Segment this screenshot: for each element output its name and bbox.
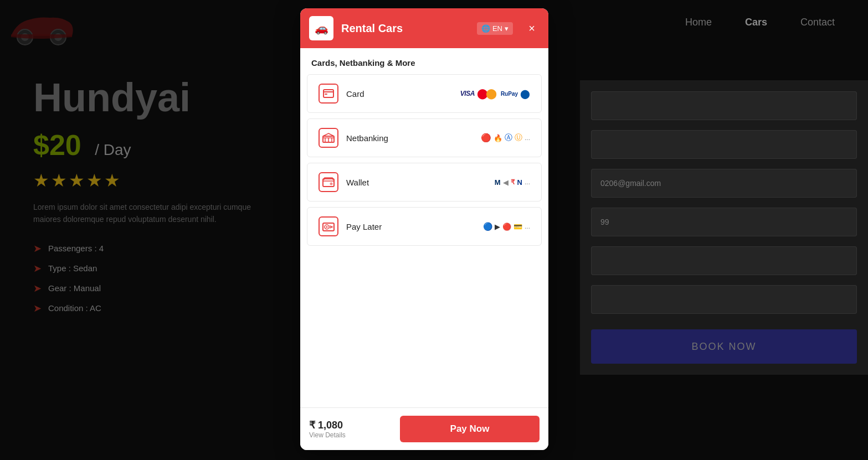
payment-option-wallet[interactable]: Wallet M ◀ ₹ N ... <box>307 163 542 201</box>
wallet-logo-1: M <box>495 178 501 187</box>
payment-modal: 🚗 Rental Cars 🌐 EN ▾ × Cards, Netbanking… <box>300 8 548 450</box>
modal-body-spacer <box>300 251 548 406</box>
svg-point-13 <box>330 183 333 185</box>
modal-lang-selector[interactable]: 🌐 EN ▾ <box>477 22 513 35</box>
net-logo-1: 🔴 <box>481 133 491 143</box>
lang-flag-icon: 🌐 <box>481 24 490 33</box>
modal-title: Rental Cars <box>341 22 469 35</box>
footer-price: ₹ 1,080 <box>309 420 343 431</box>
paylater-logo-2: ▶ <box>495 223 500 231</box>
view-details-link[interactable]: View Details <box>309 431 393 439</box>
svg-rect-6 <box>325 94 327 95</box>
net-more: ... <box>525 134 530 142</box>
car-logo-icon: 🚗 <box>315 22 328 35</box>
payment-option-paylater[interactable]: Pay Later 🔵 ▶ 🔴 💳 ... <box>307 207 542 246</box>
net-logo-4: Ⓤ <box>515 133 522 143</box>
paylater-icon <box>319 216 338 236</box>
card-logos: VISA ⬤⬤ RuPay ⬤ <box>460 87 530 100</box>
wallet-logos: M ◀ ₹ N ... <box>495 178 530 187</box>
lang-label: EN <box>492 24 502 33</box>
net-logo-3: Ⓐ <box>505 133 512 143</box>
wallet-icon <box>319 172 338 192</box>
pay-now-button[interactable]: Pay Now <box>400 416 540 442</box>
wallet-logo-3: ₹ <box>511 178 515 186</box>
net-logo-2: 🔥 <box>494 134 502 142</box>
lang-chevron-icon: ▾ <box>505 24 509 33</box>
paylater-logos: 🔵 ▶ 🔴 💳 ... <box>483 222 530 231</box>
modal-footer: ₹ 1,080 View Details Pay Now <box>300 407 548 450</box>
rupay-logo: RuPay <box>501 91 518 97</box>
wallet-logo-4: N <box>517 178 522 187</box>
paylater-label: Pay Later <box>346 222 475 231</box>
wallet-label: Wallet <box>346 178 487 187</box>
payment-option-card[interactable]: Card VISA ⬤⬤ RuPay ⬤ <box>307 74 542 113</box>
svg-point-16 <box>326 226 328 228</box>
paylater-logo-4: 💳 <box>513 223 522 231</box>
netbanking-icon <box>319 128 338 148</box>
wallet-more: ... <box>525 178 530 186</box>
netbanking-label: Netbanking <box>346 133 473 143</box>
card-label: Card <box>346 89 453 99</box>
maestro-logo: ⬤ <box>520 89 530 99</box>
paylater-logo-1: 🔵 <box>483 222 492 231</box>
wallet-logo-2: ◀ <box>503 178 509 187</box>
netbanking-logos: 🔴 🔥 Ⓐ Ⓤ ... <box>481 133 530 143</box>
payment-option-netbanking[interactable]: Netbanking 🔴 🔥 Ⓐ Ⓤ ... <box>307 118 542 157</box>
modal-header: 🚗 Rental Cars 🌐 EN ▾ × <box>300 8 548 48</box>
visa-logo: VISA <box>460 90 475 97</box>
footer-amount-section: ₹ 1,080 View Details <box>309 419 393 439</box>
section-heading: Cards, Netbanking & More <box>300 48 548 74</box>
paylater-more: ... <box>525 223 530 230</box>
paylater-logo-3: 🔴 <box>502 223 511 231</box>
modal-close-button[interactable]: × <box>524 20 540 36</box>
svg-rect-12 <box>323 179 334 187</box>
modal-logo: 🚗 <box>309 16 333 40</box>
svg-rect-4 <box>323 90 333 97</box>
card-icon <box>319 84 338 104</box>
modal-body: Cards, Netbanking & More Card VISA ⬤⬤ Ru… <box>300 48 548 407</box>
mastercard-logo-2: ⬤ <box>486 87 497 100</box>
